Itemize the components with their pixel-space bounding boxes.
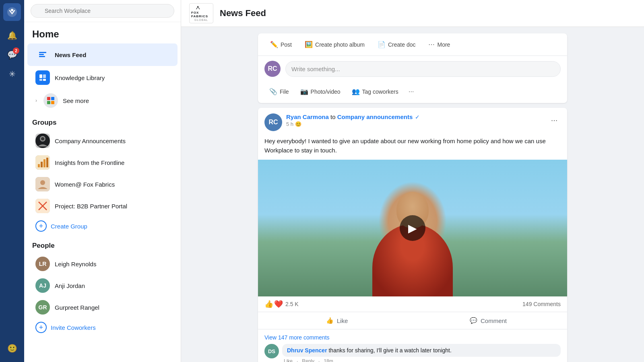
tab-create-doc[interactable]: 📄 Create doc: [372, 37, 421, 51]
group-item-women-fox[interactable]: Women@ Fox Fabrics: [27, 174, 178, 195]
groups-icon-btn[interactable]: ✳: [3, 65, 21, 83]
post-author-name[interactable]: Ryan Carmona: [286, 113, 329, 120]
bell-icon-btn[interactable]: 🔔: [3, 27, 21, 44]
plus-icon: +: [35, 220, 47, 232]
svg-rect-7: [39, 79, 42, 81]
svg-rect-3: [39, 54, 44, 55]
love-reaction-icon: ❤️: [274, 300, 283, 309]
svg-rect-2: [39, 52, 46, 53]
svg-rect-4: [39, 56, 45, 57]
svg-rect-8: [43, 79, 46, 81]
comments-count[interactable]: 149 Comments: [522, 301, 561, 307]
photo-video-action-label: Photo/video: [311, 88, 341, 95]
post-more-btn[interactable]: ···: [405, 85, 418, 98]
search-input[interactable]: [31, 4, 174, 18]
group-item-insights-frontline[interactable]: Insights from the Frontline: [27, 152, 178, 173]
post-input-area: RC Write something...: [258, 56, 567, 82]
sidebar-item-see-more[interactable]: › See more: [27, 89, 178, 112]
invite-coworkers-label: Invite Coworkers: [51, 324, 96, 331]
main-header: FOX FABRICS GLOBAL News Feed: [181, 0, 644, 27]
icon-bar: 🔔 💬 2 ✳ 🙂: [0, 0, 24, 362]
group-avatar-company: [35, 134, 50, 148]
tab-post[interactable]: ✏️ Post: [264, 37, 297, 51]
svg-rect-11: [47, 101, 50, 104]
post-video[interactable]: ▶: [258, 160, 567, 296]
post-time-value: 5 h: [286, 121, 293, 127]
comment-btn-icon: 💬: [470, 317, 477, 324]
tab-photo-album-label: Create photo album: [315, 41, 365, 48]
comment-item: DS Dhruv Spencer thanks for sharing, I'l…: [264, 344, 561, 362]
comment-time-dhruv: 18m: [324, 358, 333, 362]
tab-post-label: Post: [281, 41, 292, 48]
post-privacy-icon: 😊: [295, 121, 301, 127]
post-body-text: Hey everybody! I wanted to give an updat…: [258, 135, 567, 160]
post-creator: ✏️ Post 🖼️ Create photo album 📄 Create d…: [258, 33, 567, 103]
comment-btn[interactable]: 💬 Comment: [413, 314, 564, 327]
comment-like-dhruv[interactable]: Like: [284, 358, 293, 362]
post-header-left: RC Ryan Carmona to Company announcements…: [264, 113, 420, 131]
play-button[interactable]: ▶: [400, 215, 425, 241]
knowledge-library-icon: [35, 70, 50, 85]
emoji-icon-btn[interactable]: 🙂: [3, 339, 21, 357]
sidebar-search-area: 🔍: [24, 0, 181, 22]
workplace-logo[interactable]: [3, 3, 21, 21]
post-placeholder-text[interactable]: Write something...: [285, 61, 561, 77]
post-meta: Ryan Carmona to Company announcements ✓ …: [286, 113, 420, 127]
person-item-gurpreet-rangel[interactable]: GR Gurpreet Rangel: [27, 297, 178, 318]
group-item-company-announcements[interactable]: Company Announcements: [27, 130, 178, 151]
tag-coworkers-icon: 👥: [352, 88, 360, 95]
tag-coworkers-action-btn[interactable]: 👥 Tag coworkers: [347, 85, 403, 98]
post-creator-tabs: ✏️ Post 🖼️ Create photo album 📄 Create d…: [258, 33, 567, 56]
tab-more[interactable]: ⋯ More: [423, 37, 456, 51]
post-options-btn[interactable]: ···: [548, 113, 561, 126]
like-btn-icon: 👍: [326, 317, 334, 324]
group-item-b2b-portal[interactable]: Project: B2B Partner Portal: [27, 195, 178, 216]
person-label-gurpreet-rangel: Gurpreet Rangel: [55, 304, 99, 311]
invite-coworkers-btn[interactable]: + Invite Coworkers: [27, 319, 178, 336]
feed-title: News Feed: [220, 8, 266, 19]
comment-dot-1: ·: [297, 358, 298, 362]
post-author-avatar: RC: [264, 113, 282, 131]
svg-rect-19: [43, 159, 45, 167]
see-more-label: See more: [63, 97, 89, 104]
post-group-name[interactable]: Company announcements: [337, 113, 413, 120]
comment-content-dhruv: Dhruv Spencer thanks for sharing, I'll g…: [282, 344, 561, 362]
post-author-to: to: [330, 113, 337, 120]
comment-bubble-dhruv: Dhruv Spencer thanks for sharing, I'll g…: [282, 344, 561, 357]
groups-section-title: Groups: [24, 112, 181, 130]
like-btn-label: Like: [337, 317, 348, 324]
post-header: RC Ryan Carmona to Company announcements…: [258, 108, 567, 135]
svg-rect-12: [51, 101, 54, 104]
photo-video-action-btn[interactable]: 📷 Photo/video: [295, 85, 345, 98]
person-item-leigh-reynolds[interactable]: LR Leigh Reynolds: [27, 253, 178, 274]
svg-rect-5: [39, 74, 42, 78]
avatar-gurpreet-rangel: GR: [35, 300, 50, 315]
comment-reply-dhruv[interactable]: Reply: [302, 358, 314, 362]
svg-point-26: [197, 6, 198, 7]
view-more-comments-btn[interactable]: View 147 more comments: [264, 333, 561, 344]
like-btn[interactable]: 👍 Like: [261, 314, 413, 327]
post-actions: 📎 File 📷 Photo/video 👥 Tag coworkers ···: [258, 82, 567, 103]
sidebar-item-knowledge-library[interactable]: Knowledge Library: [27, 66, 178, 89]
chat-icon-btn[interactable]: 💬 2: [3, 46, 21, 64]
news-feed-label: News Feed: [55, 51, 86, 58]
tab-more-label: More: [437, 41, 450, 48]
tab-create-photo-album[interactable]: 🖼️ Create photo album: [299, 37, 370, 51]
group-avatar-b2b: [35, 199, 50, 213]
group-avatar-insights: [35, 155, 50, 170]
group-label-women-fox: Women@ Fox Fabrics: [55, 181, 115, 188]
people-section-title: People: [24, 235, 181, 253]
person-item-anji-jordan[interactable]: AJ Anji Jordan: [27, 275, 178, 296]
create-group-btn[interactable]: + Create Group: [27, 217, 178, 235]
current-user-avatar: RC: [264, 61, 281, 77]
svg-rect-17: [38, 164, 40, 167]
svg-rect-18: [41, 162, 43, 167]
person-label-leigh-reynolds: Leigh Reynolds: [55, 261, 96, 267]
chat-badge: 2: [13, 47, 19, 54]
sidebar-item-news-feed[interactable]: News Feed: [27, 43, 178, 66]
bell-icon: 🔔: [7, 31, 17, 40]
svg-rect-20: [46, 158, 48, 167]
comment-author-dhruv[interactable]: Dhruv Spencer: [287, 347, 327, 354]
knowledge-library-label: Knowledge Library: [55, 74, 105, 81]
file-action-btn[interactable]: 📎 File: [264, 85, 294, 98]
